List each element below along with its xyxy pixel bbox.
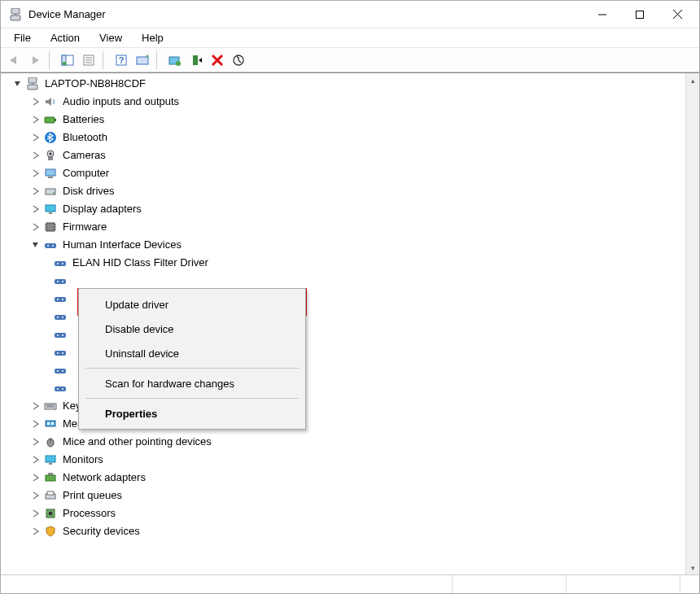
menu-view[interactable]: View — [91, 30, 130, 46]
back-button[interactable] — [4, 50, 24, 70]
hid-icon — [53, 309, 68, 324]
chevron-right-icon[interactable] — [30, 400, 42, 412]
svg-rect-74 — [47, 422, 50, 425]
tree-item-elan[interactable]: ELAN HID Class Filter Driver — [4, 254, 671, 272]
tree-node-monitors[interactable]: Monitors — [4, 451, 671, 469]
tree-label: Batteries — [63, 111, 104, 129]
svg-point-65 — [57, 370, 59, 372]
tree-node-security[interactable]: Security devices — [4, 522, 671, 540]
chevron-right-icon[interactable] — [30, 221, 42, 233]
svg-rect-49 — [55, 279, 66, 284]
tree-label: Print queues — [63, 487, 122, 504]
forward-button[interactable] — [25, 50, 45, 70]
svg-rect-35 — [49, 212, 52, 214]
ctx-properties[interactable]: Properties — [81, 401, 304, 426]
menu-action[interactable]: Action — [42, 30, 88, 46]
chevron-right-icon[interactable] — [30, 472, 42, 483]
menu-file[interactable]: File — [6, 30, 39, 46]
show-hide-console-tree-icon[interactable] — [58, 50, 77, 70]
svg-point-18 — [176, 61, 181, 66]
chevron-right-icon[interactable] — [30, 150, 42, 161]
ctx-uninstall-device[interactable]: Uninstall device — [81, 341, 304, 365]
chevron-right-icon[interactable] — [30, 418, 42, 430]
tree-node-firmware[interactable]: Firmware — [4, 218, 671, 236]
menubar: File Action View Help — [1, 28, 699, 48]
tree-node-disk[interactable]: Disk drives — [4, 182, 671, 200]
chevron-down-icon[interactable] — [12, 78, 24, 90]
tree-node-hid[interactable]: Human Interface Devices — [4, 236, 671, 254]
device-manager-window: Device Manager File Action View Help ? — [0, 0, 700, 594]
tree-label: Bluetooth — [63, 129, 107, 146]
hid-icon — [53, 273, 68, 288]
hid-icon — [53, 327, 68, 342]
svg-rect-29 — [48, 157, 53, 160]
speaker-icon — [43, 94, 58, 109]
minimize-button[interactable] — [584, 2, 621, 27]
context-menu: Update driver Disable device Uninstall d… — [78, 288, 306, 430]
uninstall-device-icon[interactable] — [208, 50, 227, 70]
help-icon[interactable]: ? — [112, 50, 131, 70]
update-driver-icon[interactable] — [165, 50, 185, 70]
tree-node-network[interactable]: Network adapters — [4, 469, 671, 487]
menu-help[interactable]: Help — [133, 30, 172, 46]
svg-point-62 — [57, 352, 59, 354]
properties-icon[interactable] — [79, 50, 98, 70]
tree-label: Network adapters — [63, 469, 146, 487]
tree-node-computer[interactable]: Computer — [4, 164, 671, 182]
chevron-right-icon[interactable] — [30, 114, 42, 125]
tree-node-printq[interactable]: Print queues — [4, 487, 671, 504]
svg-rect-36 — [46, 223, 55, 231]
chevron-right-icon[interactable] — [30, 526, 42, 537]
svg-rect-85 — [49, 512, 52, 515]
tree-root[interactable]: LAPTOP-NB8H8CDF — [4, 75, 671, 93]
hid-icon — [53, 291, 68, 306]
tree-node-batteries[interactable]: Batteries — [4, 111, 671, 129]
tree-node-mice[interactable]: Mice and other pointing devices — [4, 433, 671, 451]
tree-item-hidden[interactable] — [4, 272, 671, 290]
svg-point-45 — [52, 245, 54, 247]
chevron-right-icon[interactable] — [30, 454, 42, 465]
scan-changes-icon[interactable] — [229, 50, 248, 70]
chevron-right-icon[interactable] — [30, 490, 42, 501]
disable-device-icon[interactable] — [186, 50, 206, 70]
vertical-scrollbar[interactable]: ▴ ▾ — [685, 73, 699, 574]
tree-label: Disk drives — [63, 182, 115, 200]
monitor-icon — [43, 452, 58, 467]
chevron-right-icon[interactable] — [30, 168, 42, 179]
scan-hardware-icon[interactable] — [133, 50, 152, 70]
svg-point-54 — [62, 299, 63, 300]
close-button[interactable] — [658, 2, 696, 27]
svg-rect-21 — [28, 77, 37, 83]
scroll-up-arrow[interactable]: ▴ — [686, 73, 700, 87]
computer-icon — [43, 166, 58, 181]
chevron-right-icon[interactable] — [30, 186, 42, 197]
maximize-button[interactable] — [621, 2, 658, 27]
tree-label: Audio inputs and outputs — [63, 93, 179, 111]
tree-node-processors[interactable]: Processors — [4, 504, 671, 522]
tree-node-display[interactable]: Display adapters — [4, 200, 671, 218]
chevron-right-icon[interactable] — [30, 96, 42, 107]
svg-rect-79 — [49, 463, 52, 465]
ctx-update-driver[interactable]: Update driver — [81, 292, 304, 317]
ctx-disable-device[interactable]: Disable device — [81, 317, 304, 341]
tree-node-bluetooth[interactable]: Bluetooth — [4, 129, 671, 146]
svg-rect-55 — [55, 315, 66, 320]
svg-text:?: ? — [119, 55, 125, 65]
svg-rect-75 — [51, 422, 54, 425]
chevron-down-icon[interactable] — [30, 239, 42, 251]
tree-label: Processors — [63, 504, 116, 522]
chevron-right-icon[interactable] — [30, 436, 42, 448]
scroll-down-arrow[interactable]: ▾ — [686, 561, 700, 574]
tree-node-audio[interactable]: Audio inputs and outputs — [4, 93, 671, 111]
svg-point-59 — [57, 334, 59, 336]
tree-label: Security devices — [63, 522, 140, 540]
memory-icon — [43, 417, 58, 431]
chevron-right-icon[interactable] — [30, 203, 42, 215]
window-controls — [584, 2, 696, 27]
tree-node-cameras[interactable]: Cameras — [4, 146, 671, 164]
chevron-right-icon[interactable] — [30, 508, 42, 519]
svg-rect-81 — [48, 473, 53, 475]
chevron-right-icon[interactable] — [30, 132, 42, 143]
svg-point-51 — [62, 281, 63, 282]
ctx-scan-hardware[interactable]: Scan for hardware changes — [81, 371, 304, 395]
